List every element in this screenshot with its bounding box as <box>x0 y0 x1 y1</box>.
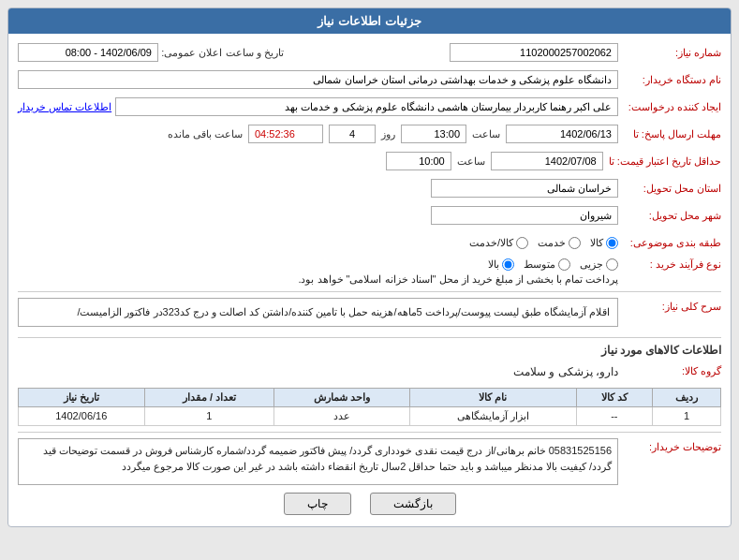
col-radif: ردیف <box>652 388 720 406</box>
table-cell: 1402/06/16 <box>19 406 145 425</box>
ostan-input <box>431 179 618 198</box>
radio-khedmat-label: خدمت <box>538 237 566 249</box>
countdown-label: ساعت باقی مانده <box>168 128 243 140</box>
hadaghal-date-input <box>491 152 603 170</box>
col-tedad: تعداد / مقدار <box>144 388 274 406</box>
table-cell: ابزار آزمایشگاهی <box>409 406 576 425</box>
radio-mottaset-input[interactable] <box>558 258 570 271</box>
radio-mottaset[interactable]: متوسط <box>524 258 570 271</box>
nam-dastgah-label: نام دستگاه خریدار: <box>618 74 721 86</box>
gorohe-kala-value: دارو، پزشکی و سلامت <box>513 365 618 378</box>
mohlet-roz-input <box>329 125 376 143</box>
serh-niaz-label: سرح کلی نیاز: <box>618 298 721 313</box>
table-cell: 1 <box>652 406 720 425</box>
kala-table: ردیف کد کالا نام کالا واحد شمارش تعداد /… <box>18 388 721 426</box>
table-cell: -- <box>576 406 652 425</box>
radio-jozi[interactable]: جزیی <box>580 258 618 271</box>
ostan-label: استان محل تحویل: <box>618 183 721 195</box>
radio-khedmat[interactable]: خدمت <box>538 237 581 249</box>
col-kod-kala: کد کالا <box>576 388 652 406</box>
hadaghal-label: حداقل تاریخ اعتبار قیمت: تا <box>603 155 721 168</box>
mohlet-saat-input <box>401 125 466 143</box>
tozih-box: 05831525156 خانم برهانی/از درج قیمت نقدی… <box>18 438 618 485</box>
serh-niaz-box: اقلام آزمایشگاه طبق لیست پیوست/پرداخت 5م… <box>18 298 618 327</box>
table-cell: عدد <box>274 406 409 425</box>
col-vahed: واحد شمارش <box>274 388 409 406</box>
mohlet-ersal-label: مهلت ارسال پاسخ: تا <box>618 128 721 140</box>
roz-label: روز <box>381 128 395 140</box>
table-cell: 1 <box>144 406 274 425</box>
col-tarikh-niaz: تاریخ نیاز <box>19 388 145 406</box>
noe-desc-text: پرداخت تمام با بخشی از مبلغ خرید از محل … <box>298 273 618 286</box>
shomare-niaz-label: شماره نیاز: <box>618 47 721 59</box>
radio-bala-label: بالا <box>488 258 499 271</box>
radio-kala-input[interactable] <box>606 237 618 249</box>
noe-farayand-label: نوع فرآیند خرید : <box>618 258 721 271</box>
print-button[interactable]: چاپ <box>284 493 351 515</box>
radio-bala[interactable]: بالا <box>488 258 514 271</box>
shahr-label: شهر محل تحویل: <box>618 210 721 222</box>
ijad-konande-input <box>115 97 618 116</box>
tarikh-elan-input <box>18 43 158 62</box>
radio-mottaset-label: متوسط <box>524 258 555 271</box>
etelaat-section-title: اطلاعات کالاهای مورد نیاز <box>18 344 721 357</box>
radio-kala[interactable]: کالا <box>590 237 618 249</box>
radio-khedmat-input[interactable] <box>569 237 581 249</box>
radio-bala-input[interactable] <box>502 258 514 271</box>
tabaghe-label: طبقه بندی موضوعی: <box>618 237 721 249</box>
tarikh-saat-label: تاریخ و ساعت اعلان عمومی: <box>161 47 283 59</box>
table-row: 1--ابزار آزمایشگاهیعدد11402/06/16 <box>19 406 721 425</box>
radio-jozi-label: جزیی <box>580 258 603 271</box>
ijad-konande-label: ایجاد کننده درخواست: <box>618 101 721 113</box>
kala-table-wrapper: ردیف کد کالا نام کالا واحد شمارش تعداد /… <box>18 388 721 426</box>
radio-kala-khedmat-input[interactable] <box>516 237 528 249</box>
hadaghal-saat-input <box>386 152 451 170</box>
saat-label2: ساعت <box>457 155 485 168</box>
back-button[interactable]: بازگشت <box>370 493 456 515</box>
mohlet-date-input <box>506 125 618 143</box>
nam-dastgah-input <box>18 70 618 89</box>
shahr-input <box>431 206 618 225</box>
radio-jozi-input[interactable] <box>606 258 618 271</box>
shomare-niaz-input[interactable] <box>450 43 618 62</box>
radio-kala-khedmat[interactable]: کالا/خدمت <box>469 237 528 249</box>
col-name-kala: نام کالا <box>409 388 576 406</box>
tozih-label: توضیحات خریدار: <box>618 438 721 453</box>
page-title: جزئیات اطلاعات نیاز <box>8 8 731 34</box>
gorohe-kala-label: گروه کالا: <box>618 365 721 377</box>
radio-kala-khedmat-label: کالا/خدمت <box>469 237 513 249</box>
radio-kala-label: کالا <box>590 237 603 249</box>
footer-buttons: بازگشت چاپ <box>18 493 721 519</box>
saat-label1: ساعت <box>472 128 500 140</box>
mohlet-countdown-input <box>248 125 323 143</box>
etelaat-tamas-link[interactable]: اطلاعات تماس خریدار <box>18 101 111 113</box>
